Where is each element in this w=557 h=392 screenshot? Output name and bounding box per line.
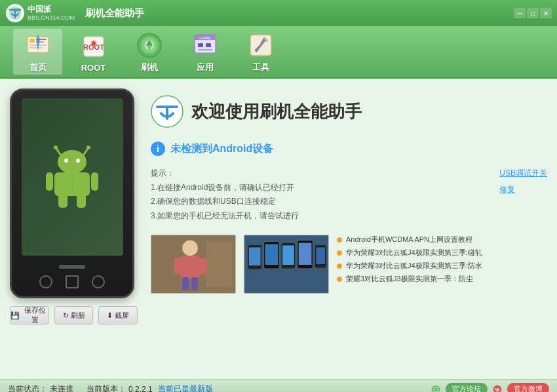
status-bar: 当前状态： 未连接 当前版本： 0.2.2.1 当前已是最新版 官方论坛 W 官… <box>0 379 557 392</box>
svg-rect-36 <box>91 172 98 191</box>
news-dot <box>337 237 342 243</box>
welcome-title: 欢迎使用刷机全能助手 <box>191 100 362 123</box>
nav-item-home[interactable]: 首页 <box>13 29 62 75</box>
svg-rect-58 <box>299 243 312 265</box>
nav-item-root[interactable]: ROOT ROOT <box>69 29 118 75</box>
phone-back-button[interactable] <box>39 275 52 288</box>
save-location-button[interactable]: 💾 保存位置 <box>10 306 49 324</box>
nav-home-label: 首页 <box>29 62 47 73</box>
news-dot <box>337 277 342 282</box>
svg-point-12 <box>92 41 96 45</box>
root-icon: ROOT <box>80 33 107 60</box>
svg-rect-46 <box>199 258 206 275</box>
svg-rect-3 <box>29 39 35 43</box>
news-dot <box>337 264 342 269</box>
forum-button[interactable]: 官方论坛 <box>446 383 488 392</box>
svg-rect-44 <box>180 256 200 279</box>
window-controls: ─ □ ✕ <box>514 8 552 18</box>
main-area: 💾 保存位置 ↻ 刷新 ⬇ 截屏 <box>0 79 557 392</box>
news-dot <box>337 250 342 256</box>
app-title: 刷机全能助手 <box>85 7 144 20</box>
app-logo: 中国派 中国派 BBS.CN314.COM <box>5 3 75 23</box>
save-icon: 💾 <box>10 311 20 320</box>
latest-version-link[interactable]: 当前已是最新版 <box>158 383 213 392</box>
nav-item-tools[interactable]: 工具 <box>236 29 285 75</box>
logo-icon: 中国派 <box>5 3 25 23</box>
phone-panel: 💾 保存位置 ↻ 刷新 ⬇ 截屏 <box>10 88 138 369</box>
usb-debug-link[interactable]: USB调试开关 <box>499 168 547 179</box>
hints-text: 提示： 1.在链接Android设备前，请确认已经打开 2.确保您的数据线和US… <box>151 167 490 223</box>
home-icon <box>24 31 52 59</box>
content-area: 💾 保存位置 ↻ 刷新 ⬇ 截屏 <box>0 79 557 379</box>
svg-rect-20 <box>198 43 203 47</box>
site-branding: 中国派 BBS.CN314.COM <box>28 5 75 21</box>
status-right: 官方论坛 W 官方微博 <box>431 383 549 392</box>
title-bar: 中国派 中国派 BBS.CN314.COM 刷机全能助手 ─ □ ✕ <box>0 0 557 26</box>
nav-apps-label: 应用 <box>197 62 214 73</box>
flash-icon <box>136 31 163 59</box>
version-status: 当前版本： 0.2.2.1 当前已是最新版 <box>86 383 213 392</box>
svg-point-31 <box>58 150 86 174</box>
refresh-button[interactable]: ↻ 刷新 <box>54 306 94 324</box>
svg-rect-47 <box>182 277 189 290</box>
svg-rect-48 <box>191 277 198 290</box>
nav-item-flash[interactable]: 刷机 <box>125 29 174 75</box>
nav-root-label: ROOT <box>81 63 106 73</box>
svg-point-29 <box>54 146 58 149</box>
refresh-icon: ↻ <box>63 311 69 320</box>
news-item-3[interactable]: 荣耀3对比云狐J3极限实测第一季：防尘 <box>337 274 547 284</box>
phone-actions: 💾 保存位置 ↻ 刷新 ⬇ 截屏 <box>10 306 138 324</box>
phone-home-button[interactable] <box>66 275 79 288</box>
android-logo <box>43 141 102 213</box>
welcome-logo-icon <box>151 95 183 128</box>
svg-rect-38 <box>77 193 86 208</box>
weibo-icon: W <box>493 385 502 393</box>
screenshot-icon: ⬇ <box>107 311 113 320</box>
news-item-2[interactable]: 华为荣耀3对比云狐J4极限实测第三季:防水 <box>337 261 547 271</box>
maximize-button[interactable]: □ <box>527 8 539 18</box>
news-item-1[interactable]: 华为荣耀3对比云狐J4极限实测第三季:碰轧 <box>337 248 547 258</box>
svg-rect-56 <box>282 246 294 265</box>
right-panel: 欢迎使用刷机全能助手 i 未检测到Android设备 提示： 1.在链接Andr… <box>151 88 547 369</box>
phone-screen <box>22 98 123 256</box>
thumbnail-2[interactable] <box>244 235 329 294</box>
thumbnail-1[interactable] <box>151 235 236 294</box>
device-status-text: 未检测到Android设备 <box>170 142 273 156</box>
minimize-button[interactable]: ─ <box>514 8 526 18</box>
screenshot-button[interactable]: ⬇ 截屏 <box>98 306 138 324</box>
phone-home-indicator <box>59 265 85 269</box>
svg-text:GAME: GAME <box>199 36 211 40</box>
nav-item-apps[interactable]: GAME 应用 <box>180 29 229 75</box>
svg-rect-49 <box>206 242 232 287</box>
device-status: i 未检测到Android设备 <box>151 138 547 160</box>
hints-section: 提示： 1.在链接Android设备前，请确认已经打开 2.确保您的数据线和US… <box>151 167 547 223</box>
svg-rect-45 <box>174 258 182 275</box>
svg-rect-21 <box>206 43 211 47</box>
svg-rect-22 <box>198 49 212 50</box>
svg-point-30 <box>86 146 90 149</box>
info-icon: i <box>151 142 165 156</box>
nav-bar: 首页 ROOT ROOT 刷机 <box>0 26 557 79</box>
news-item-0[interactable]: Android手机WCDMA APN上网设置教程 <box>337 235 547 245</box>
globe-icon <box>431 385 440 393</box>
svg-rect-60 <box>316 248 325 265</box>
title-left: 中国派 中国派 BBS.CN314.COM 刷机全能助手 <box>5 3 144 23</box>
svg-rect-54 <box>265 245 278 265</box>
phone-menu-button[interactable] <box>92 275 105 288</box>
weibo-button[interactable]: 官方微博 <box>507 383 549 392</box>
hints-links: USB调试开关 修复 <box>499 167 547 195</box>
phone-frame <box>10 88 134 298</box>
apps-icon: GAME <box>191 31 219 59</box>
welcome-header: 欢迎使用刷机全能助手 <box>151 88 547 131</box>
nav-flash-label: 刷机 <box>141 62 158 73</box>
phone-nav-buttons <box>39 275 105 288</box>
tools-icon <box>247 31 275 59</box>
svg-rect-37 <box>58 193 67 208</box>
svg-point-32 <box>64 159 68 163</box>
svg-rect-35 <box>46 172 53 191</box>
close-button[interactable]: ✕ <box>540 8 552 18</box>
svg-point-33 <box>76 159 80 163</box>
svg-rect-7 <box>29 47 43 49</box>
repair-link[interactable]: 修复 <box>499 184 547 195</box>
svg-text:W: W <box>495 387 500 392</box>
